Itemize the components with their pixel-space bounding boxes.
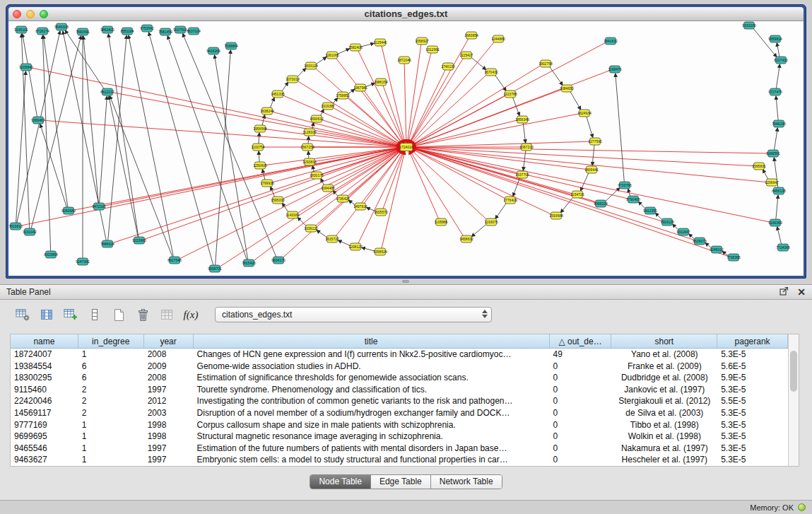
column-header-short[interactable]: short — [611, 334, 717, 348]
graph-edge[interactable] — [31, 36, 81, 228]
graph-edge[interactable] — [16, 71, 26, 223]
graph-edge[interactable] — [253, 150, 401, 261]
graph-edge[interactable] — [180, 149, 401, 259]
close-window-button[interactable] — [13, 10, 21, 18]
graph-edge[interactable] — [361, 43, 374, 47]
graph-edge[interactable] — [32, 68, 400, 146]
graph-edge[interactable] — [273, 148, 401, 182]
table-row[interactable]: 911546021997Tourette syndrome. Phenomeno… — [11, 384, 788, 396]
graph-edge[interactable] — [776, 64, 779, 88]
table-row[interactable]: 2242004622012Investigating the contribut… — [11, 395, 788, 407]
graph-edge[interactable] — [383, 151, 404, 209]
graph-edge[interactable] — [605, 188, 619, 201]
table-scrollbar[interactable] — [788, 334, 799, 466]
graph-edge[interactable] — [413, 114, 579, 146]
tab-node-table[interactable]: Node Table — [310, 475, 370, 489]
graph-edge[interactable] — [383, 86, 404, 144]
graph-edge[interactable] — [776, 195, 778, 219]
table-disabled-icon[interactable] — [157, 305, 177, 325]
graph-edge[interactable] — [776, 96, 778, 120]
graph-edge[interactable] — [655, 213, 662, 220]
graph-edge[interactable] — [273, 112, 401, 146]
graph-edge[interactable] — [358, 50, 404, 143]
graph-edge[interactable] — [409, 151, 439, 218]
table-scrollbar-thumb[interactable] — [790, 351, 797, 392]
graph-edge[interactable] — [336, 58, 402, 144]
graph-edge[interactable] — [65, 30, 104, 89]
graph-edge[interactable] — [282, 82, 288, 91]
graph-edge[interactable] — [259, 151, 259, 162]
graph-edge[interactable] — [44, 120, 400, 146]
graph-edge[interactable] — [100, 96, 107, 203]
table-row[interactable]: 1830029562008Estimation of significance … — [11, 372, 788, 384]
graph-edge[interactable] — [40, 124, 67, 208]
table-add-icon[interactable] — [61, 305, 81, 325]
graph-edge[interactable] — [17, 31, 60, 223]
graph-edge[interactable] — [214, 55, 247, 259]
network-canvas[interactable]: 1724016935852412081271615727103912011431… — [8, 21, 804, 276]
graph-edge[interactable] — [560, 197, 573, 213]
graph-edge[interactable] — [413, 148, 770, 222]
function-icon[interactable]: f(x) — [181, 305, 201, 325]
splitter-handle-icon[interactable] — [402, 280, 409, 283]
citation-network-graph[interactable]: 1724016935852412081271615727103912011431… — [8, 21, 804, 276]
float-panel-icon[interactable] — [779, 286, 789, 298]
graph-edge[interactable] — [167, 36, 247, 260]
graph-edge[interactable] — [259, 133, 259, 144]
graph-edge[interactable] — [413, 148, 695, 240]
column-header-year[interactable]: year — [144, 334, 194, 348]
panel-splitter[interactable] — [0, 279, 812, 284]
graph-edge[interactable] — [109, 96, 138, 237]
tab-edge-table[interactable]: Edge Table — [370, 475, 430, 489]
new-file-icon[interactable] — [109, 305, 129, 325]
graph-edge[interactable] — [777, 43, 779, 57]
graph-edge[interactable] — [145, 148, 401, 239]
column-header-title[interactable]: title — [194, 334, 550, 348]
column-header-pagerank[interactable]: pagerank — [717, 334, 788, 348]
graph-edge[interactable] — [42, 35, 50, 251]
graph-edge[interactable] — [763, 170, 769, 180]
graph-edge[interactable] — [413, 141, 589, 147]
table-row[interactable]: 969969511998Structural magnetic resonanc… — [11, 431, 788, 443]
network-window-titlebar[interactable]: citations_edges.txt — [8, 7, 804, 21]
table-row[interactable]: 946554611997Estimation of the future num… — [11, 443, 788, 455]
column-header-name[interactable]: name — [11, 334, 78, 348]
trash-icon[interactable] — [133, 305, 153, 325]
column-header-in_degree[interactable]: in_degree — [78, 334, 144, 348]
graph-edge[interactable] — [216, 50, 231, 265]
graph-edge[interactable] — [471, 224, 486, 237]
graph-edge[interactable] — [382, 151, 405, 248]
graph-edge[interactable] — [410, 58, 464, 144]
graph-edge[interactable] — [587, 117, 593, 138]
graph-edge[interactable] — [404, 64, 406, 143]
table-row[interactable]: 1456911722003Disruption of a novel membe… — [11, 407, 788, 419]
table-row[interactable]: 946362711997Embryonic stem cells: a mode… — [11, 454, 788, 466]
table-row[interactable]: 977716911998Corpus callosum shape and si… — [11, 419, 788, 431]
table-settings-icon[interactable] — [13, 305, 33, 325]
graph-edge[interactable] — [308, 151, 309, 158]
graph-edge[interactable] — [262, 115, 265, 126]
graph-edge[interactable] — [283, 148, 400, 199]
graph-edge[interactable] — [312, 122, 314, 129]
graph-edge[interactable] — [495, 75, 506, 91]
graph-edge[interactable] — [270, 98, 274, 108]
graph-edge[interactable] — [774, 128, 777, 150]
table-row[interactable]: 1938455462009Genome-wide association stu… — [11, 361, 788, 373]
graph-edge[interactable] — [570, 91, 581, 110]
graph-edge[interactable] — [513, 178, 520, 197]
graph-edge[interactable] — [283, 95, 400, 146]
table-source-select[interactable]: citations_edges.txt — [215, 307, 492, 322]
table-row[interactable]: 1872400712008Changes of HCN gene express… — [11, 349, 788, 361]
graph-edge[interactable] — [108, 34, 138, 237]
tab-network-table[interactable]: Network Table — [430, 475, 502, 489]
graph-edge[interactable] — [411, 42, 495, 144]
graph-edge[interactable] — [777, 227, 782, 245]
graph-edge[interactable] — [282, 203, 288, 212]
graph-edge[interactable] — [297, 69, 305, 78]
graph-edge[interactable] — [523, 123, 525, 143]
graph-edge[interactable] — [113, 93, 400, 146]
graph-edge[interactable] — [592, 145, 594, 165]
rows-icon[interactable] — [85, 305, 105, 325]
close-panel-icon[interactable]: ✕ — [797, 287, 806, 297]
graph-edge[interactable] — [495, 203, 507, 219]
